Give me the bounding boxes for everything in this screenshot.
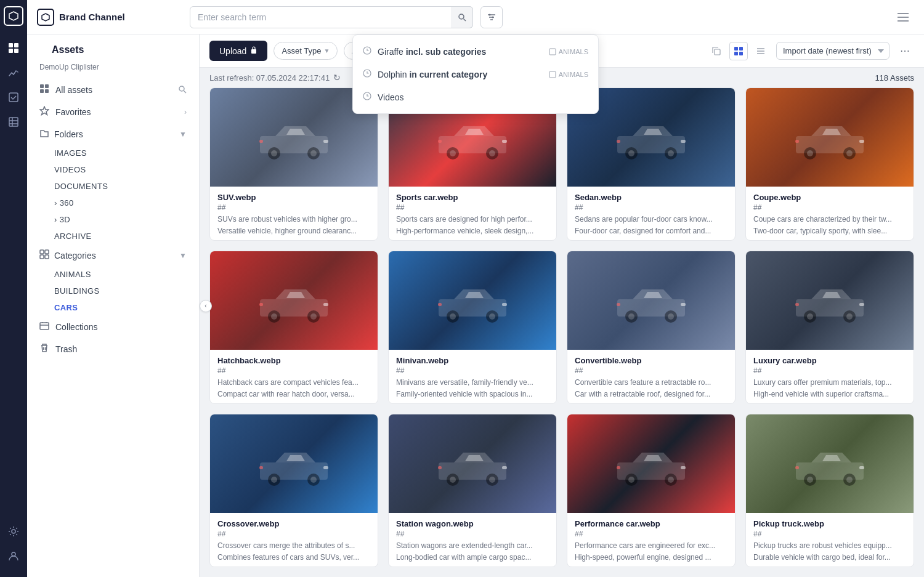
- svg-point-174: [628, 477, 634, 483]
- asset-name-sports: Sports car.webp: [396, 193, 549, 202]
- nav-tasks-icon[interactable]: [4, 87, 23, 107]
- svg-rect-44: [715, 49, 720, 55]
- folder-videos[interactable]: VIDEOS: [27, 161, 199, 178]
- all-assets-icon: [39, 84, 49, 96]
- search-dropdown: Giraffe incl. sub categories ANIMALS Dol…: [352, 34, 599, 114]
- svg-point-128: [668, 313, 674, 320]
- svg-rect-141: [859, 303, 864, 306]
- asset-card-convertible[interactable]: Convertible.webp ## Convertible cars fea…: [567, 251, 736, 404]
- asset-card-coupe[interactable]: Coupe.webp ## Coupe cars are characteriz…: [745, 87, 914, 241]
- view-copy-button[interactable]: [707, 42, 726, 60]
- search-suggestion-dolphin[interactable]: Dolphin in current category ANIMALS: [353, 63, 598, 86]
- globe-icon-convertible: [584, 403, 591, 404]
- svg-point-186: [807, 477, 813, 483]
- search-button[interactable]: [451, 6, 473, 28]
- asset-type-filter[interactable]: Asset Type ▼: [274, 42, 338, 60]
- asset-card-station[interactable]: Station wagon.webp ## Station wagons are…: [388, 414, 557, 567]
- asset-desc2-performance: High-speed, powerful engine, designed ..…: [575, 552, 727, 563]
- asset-tags-sedan: ##: [575, 203, 727, 212]
- folder-3d[interactable]: › 3D: [27, 211, 199, 228]
- nav-settings-icon[interactable]: [4, 522, 23, 541]
- asset-grid: SUV.webp ## SUVs are robust vehicles wit…: [200, 87, 924, 577]
- asset-card-luxury[interactable]: Luxury car.webp ## Luxury cars offer pre…: [745, 251, 914, 404]
- refresh-icon[interactable]: ↻: [333, 73, 341, 83]
- svg-point-68: [489, 150, 495, 156]
- svg-rect-36: [45, 250, 49, 254]
- nav-user-icon[interactable]: [4, 546, 23, 566]
- sidebar-item-collections[interactable]: Collections: [27, 316, 199, 338]
- clock-icon-3: [363, 92, 371, 102]
- svg-rect-190: [795, 466, 799, 469]
- asset-tags-coupe: ##: [753, 203, 906, 212]
- svg-point-176: [668, 477, 674, 483]
- folder-images[interactable]: IMAGES: [27, 145, 199, 161]
- sidebar-folders-header[interactable]: Folders ▼: [27, 123, 199, 145]
- folder-360[interactable]: › 360: [27, 195, 199, 211]
- asset-tags-luxury: ##: [753, 366, 906, 375]
- category-animals[interactable]: ANIMALS: [27, 266, 199, 283]
- asset-meta-performance: 07.05.2024 21:34 WEBP: [575, 567, 727, 567]
- asset-desc1-suv: SUVs are robust vehicles with higher gro…: [217, 214, 370, 225]
- nav-analytics-icon[interactable]: [4, 63, 23, 83]
- asset-tags-minivan: ##: [396, 366, 549, 375]
- car-illustration-hatchback: [210, 251, 378, 350]
- sidebar-title: Assets: [39, 44, 96, 58]
- globe-icon-hatchback: [227, 403, 234, 404]
- app-logo[interactable]: [4, 6, 23, 26]
- category-cars[interactable]: CARS: [27, 299, 199, 316]
- more-options-button[interactable]: ⋯: [896, 42, 914, 60]
- category-buildings[interactable]: BUILDINGS: [27, 283, 199, 299]
- topbar: Brand Channel: [27, 0, 924, 34]
- sidebar-categories-header[interactable]: Categories ▼: [27, 244, 199, 266]
- asset-card-performance[interactable]: Performance car.webp ## Performance cars…: [567, 414, 736, 567]
- sidebar-item-favorites[interactable]: Favorites ›: [27, 101, 199, 123]
- sidebar-collapse-button[interactable]: ‹: [200, 300, 212, 312]
- svg-marker-34: [40, 107, 49, 115]
- asset-thumbnail-coupe: [746, 88, 914, 187]
- all-assets-search-icon[interactable]: [178, 85, 187, 95]
- asset-card-minivan[interactable]: Minivan.webp ## Minivans are versatile, …: [388, 251, 557, 404]
- asset-meta-luxury: 07.05.2024 21:34 WEBP: [753, 403, 906, 404]
- car-illustration-convertible: [567, 251, 735, 350]
- svg-point-126: [628, 313, 634, 320]
- asset-card-pickup[interactable]: Pickup truck.webp ## Pickup trucks are r…: [745, 414, 914, 567]
- asset-info-performance: Performance car.webp ## Performance cars…: [567, 513, 735, 567]
- asset-desc1-station: Station wagons are extended-length car..…: [396, 541, 549, 551]
- asset-tags-sports: ##: [396, 203, 549, 212]
- sidebar-item-trash[interactable]: Trash: [27, 338, 199, 360]
- asset-card-crossover[interactable]: Crossover.webp ## Crossover cars merge t…: [209, 414, 378, 567]
- folder-archive[interactable]: ARCHIVE: [27, 228, 199, 244]
- asset-type-chevron-icon: ▼: [323, 47, 330, 54]
- search-suggestion-videos[interactable]: Videos: [353, 86, 598, 108]
- asset-meta-coupe: 07.05.2024 21:34 WEBP: [753, 240, 906, 241]
- filter-button[interactable]: [480, 6, 503, 28]
- sidebar-item-all-assets[interactable]: All assets: [27, 79, 199, 101]
- nav-assets-icon[interactable]: [4, 38, 23, 58]
- asset-desc1-luxury: Luxury cars offer premium materials, top…: [753, 377, 906, 388]
- nav-table-icon[interactable]: [4, 112, 23, 132]
- globe-icon-coupe: [763, 240, 770, 241]
- folders-sub-items: IMAGES VIDEOS DOCUMENTS › 360 › 3D ARCHI…: [27, 145, 199, 244]
- asset-desc1-minivan: Minivans are versatile, family-friendly …: [396, 377, 549, 388]
- search-item-tag-2: ANIMALS: [549, 71, 588, 78]
- asset-info-sedan: Sedan.webp ## Sedans are popular four-do…: [567, 187, 735, 241]
- upload-button[interactable]: Upload: [209, 41, 267, 61]
- search-suggestion-giraffe[interactable]: Giraffe incl. sub categories ANIMALS: [353, 40, 598, 63]
- sort-select[interactable]: Import date (newest first) Import date (…: [776, 42, 890, 60]
- view-list-button[interactable]: [752, 42, 770, 60]
- asset-card-hatchback[interactable]: Hatchback.webp ## Hatchback cars are com…: [209, 251, 378, 404]
- folder-documents[interactable]: DOCUMENTS: [27, 178, 199, 195]
- asset-info-hatchback: Hatchback.webp ## Hatchback cars are com…: [210, 350, 378, 404]
- search-input[interactable]: [190, 6, 473, 28]
- view-grid-button[interactable]: [729, 42, 748, 60]
- svg-rect-48: [739, 52, 743, 55]
- svg-rect-3: [9, 49, 13, 53]
- svg-point-188: [846, 477, 853, 483]
- menu-button[interactable]: [892, 6, 914, 28]
- clock-icon-1: [363, 46, 371, 57]
- favorites-icon: [39, 106, 49, 118]
- svg-point-11: [12, 552, 15, 556]
- asset-desc1-coupe: Coupe cars are characterized by their tw…: [753, 214, 906, 225]
- asset-name-performance: Performance car.webp: [575, 519, 727, 528]
- upload-label: Upload: [219, 46, 246, 56]
